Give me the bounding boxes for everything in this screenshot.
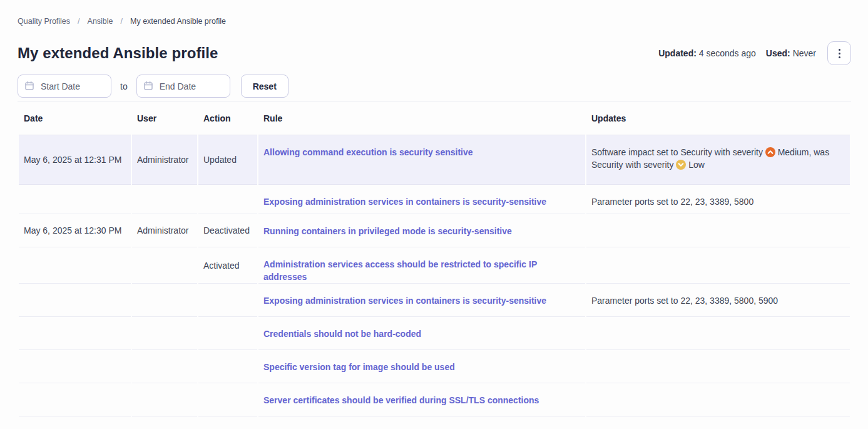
table-row: Exposing administration services in cont… [19, 185, 850, 214]
rule-link[interactable]: Running containers in privileged mode is… [263, 226, 512, 236]
date-cell [19, 416, 131, 429]
user-cell: Administrator [132, 214, 197, 247]
rule-link[interactable]: Exposing administration services in cont… [263, 296, 546, 306]
date-cell [19, 247, 131, 284]
table-header-row: Date User Action Rule Updates [19, 101, 850, 135]
changelog-table: Date User Action Rule Updates May 6, 202… [18, 101, 851, 429]
chevron-down-circle-icon [676, 160, 686, 170]
updated-label: Updated: [658, 48, 697, 58]
column-header-updates: Updates [586, 101, 850, 135]
start-date-field [18, 75, 111, 98]
date-cell [19, 284, 131, 317]
kebab-vertical-icon [839, 49, 840, 51]
action-cell [198, 317, 257, 350]
date-cell [19, 350, 131, 383]
user-cell [132, 284, 197, 317]
date-range-to-label: to [120, 81, 128, 91]
user-cell [132, 350, 197, 383]
updates-cell: Parameter ports set to 22, 23, 3389, 580… [586, 185, 850, 214]
date-cell [19, 185, 131, 214]
updates-cell [586, 214, 850, 247]
updated-meta: Updated: 4 seconds ago [658, 48, 756, 58]
profile-actions-menu-button[interactable] [827, 41, 851, 65]
table-row: Server certificates should be verified d… [19, 383, 850, 416]
action-cell [198, 383, 257, 416]
changelog-table-container: Date User Action Rule Updates May 6, 202… [18, 101, 851, 429]
date-cell: May 6, 2025 at 12:31 PM [19, 135, 131, 185]
column-header-date: Date [19, 101, 131, 135]
action-cell: Activated [198, 247, 257, 284]
breadcrumb-quality-profiles[interactable]: Quality Profiles [18, 16, 70, 26]
user-cell [132, 185, 197, 214]
column-header-action: Action [198, 101, 257, 135]
breadcrumb-ansible[interactable]: Ansible [88, 16, 113, 26]
table-row: Mounting sensitive file system paths is … [19, 416, 850, 429]
date-cell [19, 317, 131, 350]
rule-cell: Specific version tag for image should be… [258, 350, 585, 383]
table-row: May 6, 2025 at 12:31 PMAdministratorUpda… [19, 135, 850, 185]
action-cell [198, 416, 257, 429]
date-filter-bar: to Reset [18, 75, 851, 98]
table-row: Credentials should not be hard-coded [19, 317, 850, 350]
rule-cell: Allowing command execution is security s… [258, 135, 585, 185]
updated-value: 4 seconds ago [699, 48, 756, 58]
page-title: My extended Ansible profile [18, 44, 218, 62]
rule-cell: Exposing administration services in cont… [258, 185, 585, 214]
updates-cell [586, 247, 850, 284]
start-date-input[interactable] [18, 75, 111, 98]
breadcrumb: Quality Profiles / Ansible / My extended… [18, 16, 851, 26]
user-cell [132, 416, 197, 429]
updates-cell [586, 383, 850, 416]
rule-link[interactable]: Server certificates should be verified d… [263, 395, 539, 405]
updates-cell [586, 317, 850, 350]
rule-link[interactable]: Credentials should not be hard-coded [263, 329, 421, 339]
rule-link[interactable]: Allowing command execution is security s… [263, 147, 473, 157]
used-value: Never [793, 48, 816, 58]
rule-cell: Exposing administration services in cont… [258, 284, 585, 317]
column-header-rule: Rule [258, 101, 585, 135]
table-row: Exposing administration services in cont… [19, 284, 850, 317]
chevron-up-circle-icon [765, 147, 775, 157]
action-cell [198, 185, 257, 214]
action-cell [198, 284, 257, 317]
breadcrumb-current: My extended Ansible profile [130, 16, 226, 26]
rule-link[interactable]: Administration services access should be… [263, 259, 537, 282]
user-cell: Administrator [132, 135, 197, 185]
table-row: ActivatedAdministration services access … [19, 247, 850, 284]
quality-profile-changelog-page: Quality Profiles / Ansible / My extended… [0, 16, 868, 429]
used-meta: Used: Never [766, 48, 816, 58]
action-cell: Updated [198, 135, 257, 185]
end-date-input[interactable] [136, 75, 230, 98]
rule-link[interactable]: Exposing administration services in cont… [263, 197, 546, 207]
page-header: My extended Ansible profile Updated: 4 s… [18, 41, 851, 65]
user-cell [132, 247, 197, 284]
rule-cell: Administration services access should be… [258, 247, 585, 284]
column-header-user: User [132, 101, 197, 135]
table-row: Specific version tag for image should be… [19, 350, 850, 383]
table-row: May 6, 2025 at 12:30 PMAdministratorDeac… [19, 214, 850, 247]
rule-cell: Credentials should not be hard-coded [258, 317, 585, 350]
rule-cell: Mounting sensitive file system paths is … [258, 416, 585, 429]
user-cell [132, 383, 197, 416]
profile-meta: Updated: 4 seconds ago Used: Never [658, 41, 851, 65]
date-cell [19, 383, 131, 416]
end-date-field [136, 75, 230, 98]
rule-link[interactable]: Specific version tag for image should be… [263, 362, 455, 372]
rule-cell: Running containers in privileged mode is… [258, 214, 585, 247]
updates-cell: Software impact set to Security with sev… [586, 135, 850, 185]
updates-cell: Parameter ports set to 22, 23, 3389, 580… [586, 284, 850, 317]
rule-cell: Server certificates should be verified d… [258, 383, 585, 416]
updates-cell [586, 350, 850, 383]
action-cell: Deactivated [198, 214, 257, 247]
breadcrumb-separator: / [121, 16, 123, 26]
breadcrumb-separator: / [78, 16, 79, 26]
user-cell [132, 317, 197, 350]
updates-cell [586, 416, 850, 429]
changelog-table-body: May 6, 2025 at 12:31 PMAdministratorUpda… [19, 135, 850, 429]
action-cell [198, 350, 257, 383]
reset-button[interactable]: Reset [241, 75, 288, 98]
used-label: Used: [766, 48, 790, 58]
date-cell: May 6, 2025 at 12:30 PM [19, 214, 131, 247]
